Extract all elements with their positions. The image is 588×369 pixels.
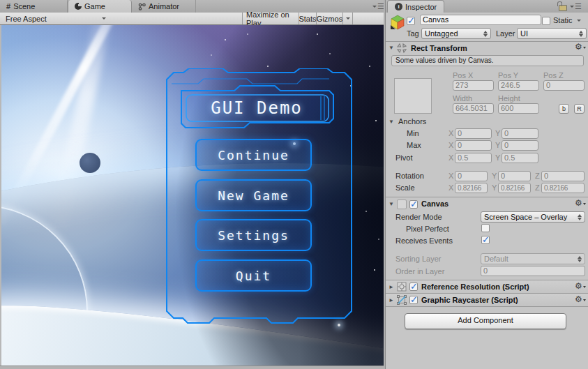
- gizmos-arrow-button[interactable]: [342, 13, 353, 24]
- axis-z-label: Z: [535, 183, 540, 192]
- menu-title: GUI Demo: [185, 95, 329, 121]
- inspector-menu-icon[interactable]: ☰: [570, 3, 582, 10]
- receives-events-checkbox[interactable]: [481, 236, 490, 244]
- anchor-min-y-field[interactable]: 0: [502, 128, 538, 139]
- scale-z-field[interactable]: 0.82166: [541, 183, 585, 193]
- scale-y-field[interactable]: 0.82166: [498, 183, 531, 193]
- pivot-x-field[interactable]: 0.5: [455, 153, 492, 163]
- reference-resolution-icon: [397, 282, 407, 292]
- raw-edit-mode-button[interactable]: R: [574, 104, 585, 114]
- gameobject-cube-icon[interactable]: [389, 14, 406, 31]
- anchor-max-x-field[interactable]: 0: [455, 140, 492, 151]
- pos-z-field[interactable]: 0: [543, 80, 585, 91]
- rotation-x-field[interactable]: 0: [455, 171, 488, 181]
- star: [267, 66, 269, 67]
- reference-resolution-foldout[interactable]: ►: [389, 284, 394, 290]
- anchor-min-x-field[interactable]: 0: [455, 128, 492, 139]
- rect-transform-foldout[interactable]: ▼: [389, 45, 394, 51]
- tab-animator-label: Animator: [149, 2, 179, 10]
- max-label: Max: [407, 141, 421, 149]
- pivot-y-field[interactable]: 0.5: [502, 153, 538, 163]
- receives-events-label: Receives Events: [395, 236, 453, 245]
- add-component-button[interactable]: Add Component: [405, 313, 566, 329]
- gameobject-name-field[interactable]: Canvas: [420, 15, 541, 25]
- lock-icon[interactable]: [559, 5, 567, 11]
- axis-x-label: X: [448, 183, 453, 192]
- tab-game[interactable]: Game: [68, 0, 132, 13]
- star: [374, 269, 375, 271]
- graphic-raycaster-title: Graphic Raycaster (Script): [421, 296, 518, 304]
- layer-label: Layer: [496, 29, 515, 38]
- tag-label: Tag: [407, 29, 419, 38]
- star: [369, 66, 370, 67]
- rotation-y-field[interactable]: 0: [498, 171, 531, 181]
- height-field[interactable]: 600: [498, 103, 539, 114]
- order-in-layer-field: 0: [481, 266, 585, 276]
- star: [365, 211, 367, 212]
- render-mode-label: Render Mode: [395, 213, 442, 221]
- game-icon: [75, 3, 82, 10]
- settings-button[interactable]: Settings: [195, 219, 312, 251]
- graphic-raycaster-header[interactable]: ► Graphic Raycaster (Script) ⚙: [386, 293, 588, 307]
- star: [317, 33, 318, 35]
- tab-inspector[interactable]: i Inspector: [387, 0, 444, 13]
- pos-y-label: Pos Y: [498, 71, 518, 80]
- tag-dropdown[interactable]: Untagged: [421, 28, 491, 39]
- info-icon: i: [395, 3, 402, 10]
- rect-transform-gear-icon[interactable]: ⚙: [575, 43, 586, 51]
- anchors-foldout[interactable]: ▼: [389, 119, 394, 125]
- canvas-foldout[interactable]: ▼: [389, 201, 394, 207]
- new-game-button[interactable]: New Game: [195, 179, 312, 211]
- graphic-raycaster-icon: [397, 295, 407, 305]
- stats-button[interactable]: Stats: [299, 13, 316, 24]
- scale-x-field[interactable]: 0.82166: [455, 183, 488, 193]
- active-checkbox[interactable]: [407, 17, 415, 25]
- aspect-dropdown[interactable]: Free Aspect: [0, 13, 112, 24]
- star: [375, 120, 377, 121]
- tab-scene[interactable]: # Scene: [0, 0, 68, 13]
- width-field[interactable]: 664.5031: [453, 103, 494, 114]
- anchor-max-y-field[interactable]: 0: [502, 140, 538, 151]
- graphic-raycaster-foldout[interactable]: ►: [389, 297, 394, 303]
- reference-resolution-checkbox[interactable]: [409, 283, 418, 291]
- reference-resolution-title: Reference Resolution (Script): [421, 283, 529, 291]
- static-dropdown-arrow-icon[interactable]: [577, 20, 581, 22]
- continue-button[interactable]: Continue: [195, 139, 312, 171]
- scale-label: Scale: [395, 183, 415, 192]
- star: [247, 33, 248, 35]
- star: [329, 53, 331, 54]
- reference-resolution-gear-icon[interactable]: ⚙: [575, 282, 586, 290]
- axis-x-label: X: [448, 153, 453, 162]
- pos-y-field[interactable]: 246.5: [498, 80, 539, 91]
- graphic-raycaster-checkbox[interactable]: [409, 296, 418, 304]
- gizmos-button[interactable]: Gizmos: [316, 13, 342, 24]
- canvas-gear-icon[interactable]: ⚙: [575, 199, 586, 207]
- maximize-on-play-button[interactable]: Maximize on Play: [242, 13, 299, 24]
- dropdown-arrows-icon: [578, 214, 582, 220]
- left-panel-menu-icon[interactable]: ☰: [372, 3, 384, 10]
- pos-x-field[interactable]: 273: [453, 80, 494, 91]
- axis-y-label: Y: [495, 129, 500, 137]
- axis-y-label: Y: [492, 183, 497, 192]
- blueprint-mode-button[interactable]: b: [559, 104, 569, 114]
- quit-button[interactable]: Quit: [195, 259, 312, 292]
- rotation-z-field[interactable]: 0: [541, 171, 585, 181]
- dropdown-arrows-icon: [483, 31, 488, 37]
- tab-inspector-label: Inspector: [405, 3, 437, 11]
- tab-animator[interactable]: Animator: [132, 0, 196, 13]
- render-mode-dropdown[interactable]: Screen Space – Overlay: [481, 211, 585, 223]
- graphic-raycaster-gear-icon[interactable]: ⚙: [575, 295, 586, 303]
- sorting-layer-label: Sorting Layer: [395, 255, 441, 263]
- dropdown-arrows-icon: [578, 256, 582, 262]
- static-checkbox[interactable]: [542, 17, 550, 25]
- axis-y-label: Y: [492, 172, 497, 180]
- pixel-perfect-label: Pixel Perfect: [406, 225, 449, 233]
- canvas-enabled-checkbox[interactable]: [409, 200, 418, 209]
- canvas-title: Canvas: [421, 199, 448, 208]
- aspect-label: Free Aspect: [6, 15, 47, 23]
- layer-dropdown[interactable]: UI: [517, 28, 587, 39]
- star: [225, 39, 226, 40]
- inspector-panel: i Inspector ☰ Canvas Static Tag Untagged…: [385, 0, 588, 369]
- pixel-perfect-checkbox[interactable]: [481, 224, 490, 232]
- reference-resolution-header[interactable]: ► Reference Resolution (Script) ⚙: [386, 280, 588, 294]
